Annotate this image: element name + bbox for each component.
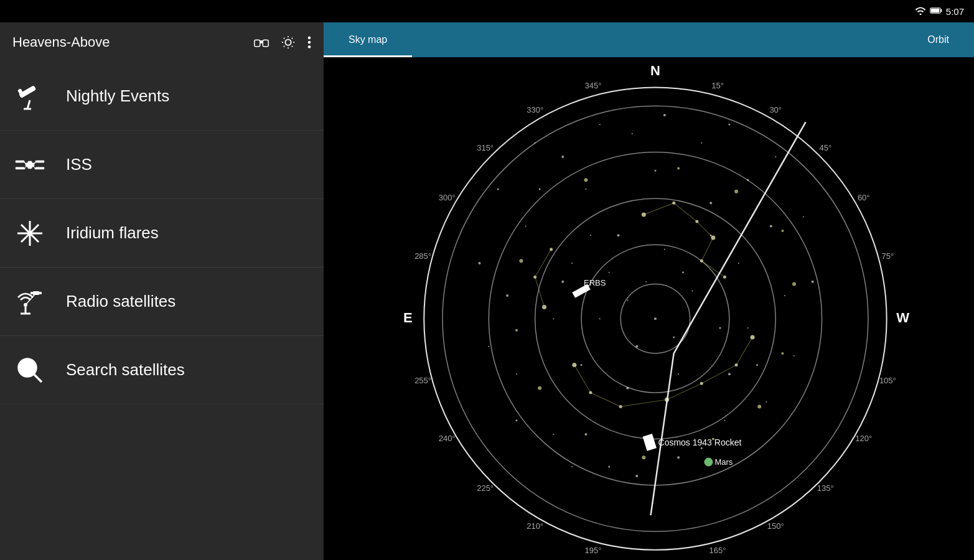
- radio-satellites-label: Radio satellites: [66, 292, 176, 311]
- svg-rect-34: [27, 161, 32, 169]
- svg-rect-26: [16, 160, 24, 162]
- sidebar-item-radio-satellites[interactable]: Radio satellites: [0, 268, 324, 336]
- sidebar: Heavens-Above: [0, 22, 324, 560]
- tab-sky-map-label: Sky map: [349, 34, 387, 45]
- tab-orbit[interactable]: Orbit: [902, 22, 974, 57]
- svg-rect-5: [263, 40, 268, 47]
- tab-bar: Sky map Orbit: [324, 22, 974, 57]
- more-icon[interactable]: [307, 35, 311, 49]
- svg-point-18: [308, 41, 311, 44]
- app-bar: Heavens-Above: [0, 22, 324, 62]
- status-time: 5:07: [946, 6, 964, 17]
- tab-orbit-label: Orbit: [927, 34, 949, 45]
- sidebar-item-iss[interactable]: ISS: [0, 131, 324, 199]
- main-panel: Sky map Orbit: [324, 22, 974, 560]
- binoculars-icon[interactable]: [254, 37, 269, 48]
- svg-rect-30: [35, 160, 44, 162]
- svg-line-28: [24, 161, 26, 164]
- telescope-icon: [12, 79, 47, 114]
- nightly-events-label: Nightly Events: [66, 86, 169, 106]
- sky-map-canvas[interactable]: [324, 57, 974, 560]
- svg-rect-7: [260, 40, 263, 44]
- brightness-icon[interactable]: [281, 35, 295, 49]
- svg-line-47: [34, 374, 42, 382]
- search-satellites-label: Search satellites: [66, 360, 185, 380]
- battery-icon: [930, 6, 942, 17]
- svg-rect-31: [35, 167, 44, 169]
- iridium-flares-label: Iridium flares: [66, 223, 159, 243]
- sky-map-container: [324, 57, 974, 560]
- sidebar-item-iridium-flares[interactable]: Iridium flares: [0, 199, 324, 268]
- wifi-icon: [915, 6, 926, 17]
- radio-sat-icon: [12, 284, 47, 319]
- svg-point-8: [285, 39, 291, 45]
- svg-rect-3: [940, 9, 942, 11]
- app-body: Heavens-Above: [0, 22, 974, 560]
- svg-point-17: [308, 36, 311, 39]
- svg-rect-42: [33, 291, 39, 295]
- svg-rect-2: [931, 8, 940, 12]
- app-bar-actions: [254, 35, 311, 49]
- svg-rect-44: [39, 292, 42, 294]
- svg-rect-43: [30, 292, 33, 294]
- svg-point-0: [919, 13, 921, 15]
- svg-rect-4: [255, 40, 260, 47]
- iridium-icon: [12, 216, 47, 251]
- svg-line-16: [292, 38, 293, 39]
- iss-label: ISS: [66, 155, 92, 174]
- svg-line-15: [284, 46, 284, 47]
- status-bar: 5:07: [0, 0, 974, 22]
- svg-line-11: [284, 38, 284, 39]
- sidebar-item-nightly-events[interactable]: Nightly Events: [0, 62, 324, 131]
- svg-line-22: [27, 100, 30, 109]
- svg-point-19: [308, 45, 311, 49]
- iss-icon: [12, 147, 47, 182]
- svg-point-46: [19, 359, 36, 376]
- tab-sky-map[interactable]: Sky map: [324, 22, 412, 57]
- svg-line-33: [34, 167, 35, 169]
- svg-line-12: [292, 46, 293, 47]
- search-icon: [12, 353, 47, 388]
- app-title: Heavens-Above: [12, 34, 110, 50]
- svg-rect-27: [16, 167, 24, 169]
- svg-line-29: [24, 167, 26, 169]
- svg-line-32: [34, 161, 35, 164]
- nav-list: Nightly Events: [0, 62, 324, 560]
- status-icons: 5:07: [915, 6, 964, 17]
- sidebar-item-search-satellites[interactable]: Search satellites: [0, 336, 324, 404]
